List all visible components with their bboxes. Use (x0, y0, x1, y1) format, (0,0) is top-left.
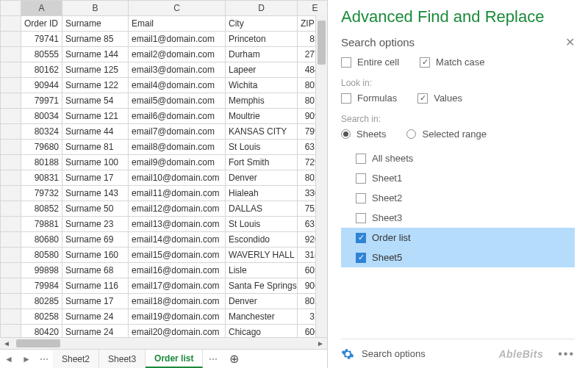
sheet-list-item[interactable]: Sheet2 (341, 188, 575, 208)
cell[interactable]: 80188 (21, 155, 62, 170)
cell[interactable]: Surname 100 (62, 155, 129, 170)
cell[interactable]: 80420 (21, 325, 62, 338)
tab-overflow-icon[interactable]: ⋯ (203, 350, 223, 368)
scroll-left-icon[interactable]: ◄ (0, 339, 13, 347)
row-header[interactable] (1, 16, 21, 32)
cell[interactable]: Surname 125 (62, 62, 129, 78)
sheets-radio[interactable]: Sheets (341, 129, 386, 140)
cell[interactable]: email3@domain.com (129, 62, 226, 78)
close-icon[interactable]: ✕ (565, 35, 575, 49)
sheet-checkbox[interactable] (356, 233, 366, 243)
cell[interactable]: email18@domain.com (129, 294, 226, 309)
cell[interactable]: Surname 116 (62, 278, 129, 294)
entire-cell-checkbox[interactable]: Entire cell (341, 57, 399, 68)
row-header[interactable] (1, 294, 21, 309)
cell[interactable]: Denver (226, 170, 298, 186)
cell[interactable]: 80034 (21, 109, 62, 124)
cell[interactable]: 80555 (21, 47, 62, 62)
cell[interactable]: St Louis (226, 140, 298, 155)
row-header[interactable] (1, 309, 21, 325)
cell[interactable]: Surname 24 (62, 309, 129, 325)
cell[interactable]: 80285 (21, 294, 62, 309)
cell[interactable]: 80258 (21, 309, 62, 325)
more-icon[interactable]: ••• (558, 347, 575, 361)
gear-icon[interactable] (341, 347, 354, 361)
cell[interactable]: KANSAS CITY (226, 124, 298, 140)
cell[interactable]: St Louis (226, 217, 298, 232)
header-cell[interactable]: Order ID (21, 16, 62, 32)
sheet-checkbox[interactable] (356, 173, 366, 184)
row-header[interactable] (1, 109, 21, 124)
row-header[interactable] (1, 47, 21, 62)
cell[interactable]: Fort Smith (226, 155, 298, 170)
cell[interactable]: Surname 68 (62, 263, 129, 278)
cell[interactable]: Manchester (226, 309, 298, 325)
cell[interactable]: Surname 160 (62, 248, 129, 263)
cell[interactable]: 79881 (21, 217, 62, 232)
cell[interactable]: Escondido (226, 232, 298, 248)
cell[interactable]: 99898 (21, 263, 62, 278)
cell[interactable]: Surname 144 (62, 47, 129, 62)
footer-label[interactable]: Search options (362, 348, 426, 359)
cell[interactable]: Surname 23 (62, 217, 129, 232)
column-header-A[interactable]: A (21, 1, 62, 16)
row-header[interactable] (1, 155, 21, 170)
add-sheet-button[interactable]: ⊕ (223, 350, 244, 368)
cell[interactable]: Surname 143 (62, 186, 129, 201)
header-cell[interactable]: Email (129, 16, 226, 32)
cell[interactable]: 80324 (21, 124, 62, 140)
sheet-checkbox[interactable] (356, 154, 366, 164)
cell[interactable]: email8@domain.com (129, 140, 226, 155)
cell[interactable]: email11@domain.com (129, 186, 226, 201)
cell[interactable]: email10@domain.com (129, 170, 226, 186)
selected-range-radio[interactable]: Selected range (406, 129, 486, 140)
formulas-checkbox[interactable]: Formulas (341, 93, 397, 104)
sheet-checkbox[interactable] (356, 193, 366, 203)
horizontal-scroll-thumb[interactable] (16, 339, 60, 347)
cell[interactable]: Lapeer (226, 62, 298, 78)
row-header[interactable] (1, 140, 21, 155)
cell[interactable]: Lisle (226, 263, 298, 278)
cell[interactable]: 90831 (21, 170, 62, 186)
cell[interactable]: WAVERLY HALL (226, 248, 298, 263)
row-header[interactable] (1, 93, 21, 109)
row-header[interactable] (1, 78, 21, 93)
column-header-C[interactable]: C (129, 1, 226, 16)
cell[interactable]: email1@domain.com (129, 32, 226, 47)
vertical-scroll-thumb[interactable] (318, 21, 326, 65)
cell[interactable]: Santa Fe Springs (226, 278, 298, 294)
row-header[interactable] (1, 278, 21, 294)
cell[interactable]: DALLAS (226, 201, 298, 217)
cell[interactable]: Moultrie (226, 109, 298, 124)
horizontal-scroll-track[interactable] (13, 338, 314, 349)
cell[interactable]: email5@domain.com (129, 93, 226, 109)
sheet-checkbox[interactable] (356, 253, 366, 263)
cell[interactable]: Memphis (226, 93, 298, 109)
sheet-list-item[interactable]: Sheet5 (341, 248, 575, 267)
column-header-B[interactable]: B (62, 1, 129, 16)
cell[interactable]: email7@domain.com (129, 124, 226, 140)
cell[interactable]: email6@domain.com (129, 109, 226, 124)
row-header[interactable] (1, 263, 21, 278)
cell[interactable]: Hialeah (226, 186, 298, 201)
cell[interactable]: Princeton (226, 32, 298, 47)
row-header[interactable] (1, 201, 21, 217)
cell[interactable]: Surname 17 (62, 170, 129, 186)
cell[interactable]: email2@domain.com (129, 47, 226, 62)
cell[interactable]: Chicago (226, 325, 298, 338)
row-header[interactable] (1, 217, 21, 232)
cell[interactable]: Surname 44 (62, 124, 129, 140)
values-checkbox[interactable]: Values (417, 93, 462, 104)
cell[interactable]: email4@domain.com (129, 78, 226, 93)
spreadsheet-grid[interactable]: ABCDE Order IDSurnameEmailCityZIP79741Su… (0, 0, 327, 337)
sheet-checkbox[interactable] (356, 213, 366, 223)
row-header[interactable] (1, 248, 21, 263)
sheet-list-item[interactable]: All sheets (341, 148, 575, 168)
sheet-tab[interactable]: Sheet2 (53, 350, 99, 368)
cell[interactable]: Denver (226, 294, 298, 309)
cell[interactable]: Surname 50 (62, 201, 129, 217)
row-header[interactable] (1, 62, 21, 78)
select-all-corner[interactable] (1, 1, 21, 16)
cell[interactable]: 79984 (21, 278, 62, 294)
cell[interactable]: 80162 (21, 62, 62, 78)
